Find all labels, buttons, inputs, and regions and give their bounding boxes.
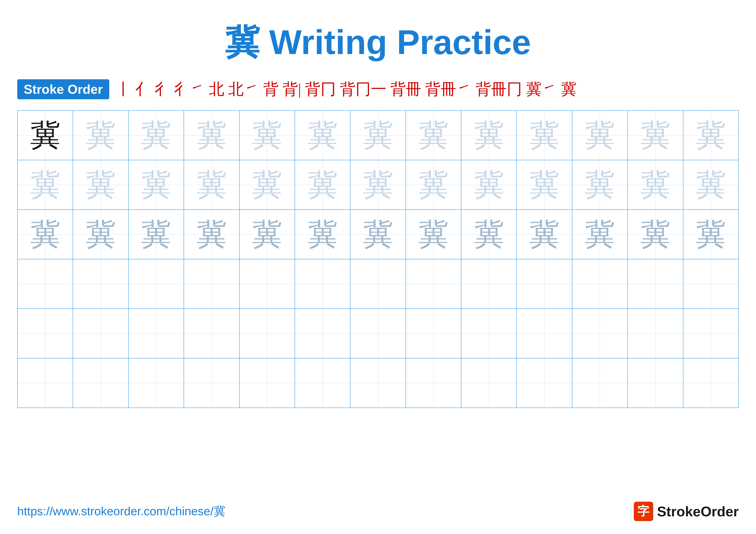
grid-cell-4-6[interactable]: [295, 259, 350, 309]
grid-cell-3-2[interactable]: 冀: [73, 210, 128, 259]
grid-cell-1-6[interactable]: 冀: [295, 111, 350, 160]
grid-cell-5-9[interactable]: [461, 309, 517, 358]
grid-cell-6-12[interactable]: [628, 358, 683, 408]
character-guide: 冀: [474, 118, 504, 152]
character-guide: 冀: [529, 217, 559, 251]
grid-cell-2-2[interactable]: 冀: [73, 160, 128, 210]
grid-cell-2-10[interactable]: 冀: [517, 160, 572, 210]
character-guide: 冀: [529, 168, 559, 201]
grid-cell-2-7[interactable]: 冀: [350, 160, 406, 210]
stroke-1: 丨: [116, 79, 131, 99]
grid-cell-5-7[interactable]: [350, 309, 406, 358]
grid-cell-1-1[interactable]: 冀: [17, 111, 73, 160]
grid-cell-2-11[interactable]: 冀: [572, 160, 628, 210]
grid-cell-5-3[interactable]: [128, 309, 184, 358]
grid-cell-3-8[interactable]: 冀: [406, 210, 461, 259]
grid-cell-1-10[interactable]: 冀: [517, 111, 572, 160]
grid-cell-1-7[interactable]: 冀: [350, 111, 406, 160]
grid-cell-4-8[interactable]: [406, 259, 461, 309]
grid-cell-3-6[interactable]: 冀: [295, 210, 350, 259]
grid-cell-3-9[interactable]: 冀: [461, 210, 517, 259]
grid-cell-1-9[interactable]: 冀: [461, 111, 517, 160]
grid-cell-2-12[interactable]: 冀: [628, 160, 683, 210]
grid-cell-4-9[interactable]: [461, 259, 517, 309]
grid-cell-4-4[interactable]: [184, 259, 239, 309]
character-guide: 冀: [252, 217, 282, 251]
character-dark: 冀: [30, 118, 60, 152]
grid-cell-6-2[interactable]: [73, 358, 128, 408]
grid-cell-3-5[interactable]: 冀: [239, 210, 295, 259]
grid-cell-1-5[interactable]: 冀: [239, 111, 295, 160]
grid-cell-3-3[interactable]: 冀: [128, 210, 184, 259]
grid-cell-4-10[interactable]: [517, 259, 572, 309]
grid-cell-2-8[interactable]: 冀: [406, 160, 461, 210]
footer-url[interactable]: https://www.strokeorder.com/chinese/冀: [17, 503, 226, 519]
grid-cell-3-11[interactable]: 冀: [572, 210, 628, 259]
grid-cell-2-6[interactable]: 冀: [295, 160, 350, 210]
grid-cell-1-13[interactable]: 冀: [683, 111, 739, 160]
grid-cell-6-6[interactable]: [295, 358, 350, 408]
character-guide: 冀: [86, 217, 116, 251]
grid-cell-4-3[interactable]: [128, 259, 184, 309]
grid-cell-5-11[interactable]: [572, 309, 628, 358]
grid-cell-5-5[interactable]: [239, 309, 295, 358]
grid-cell-1-8[interactable]: 冀: [406, 111, 461, 160]
grid-cell-5-13[interactable]: [683, 309, 739, 358]
grid-cell-6-9[interactable]: [461, 358, 517, 408]
grid-cell-3-13[interactable]: 冀: [683, 210, 739, 259]
grid-cell-6-8[interactable]: [406, 358, 461, 408]
grid-cell-6-7[interactable]: [350, 358, 406, 408]
character-guide: 冀: [30, 168, 60, 201]
grid-cell-4-2[interactable]: [73, 259, 128, 309]
grid-cell-2-13[interactable]: 冀: [683, 160, 739, 210]
grid-row-6: [17, 358, 739, 408]
grid-cell-4-5[interactable]: [239, 259, 295, 309]
grid-cell-2-3[interactable]: 冀: [128, 160, 184, 210]
grid-cell-1-11[interactable]: 冀: [572, 111, 628, 160]
footer: https://www.strokeorder.com/chinese/冀 字 …: [0, 502, 756, 521]
character-guide: 冀: [363, 118, 393, 152]
grid-cell-5-10[interactable]: [517, 309, 572, 358]
grid-cell-2-9[interactable]: 冀: [461, 160, 517, 210]
character-guide: 冀: [529, 118, 559, 152]
grid-cell-6-1[interactable]: [17, 358, 73, 408]
grid-cell-3-1[interactable]: 冀: [17, 210, 73, 259]
grid-cell-2-1[interactable]: 冀: [17, 160, 73, 210]
grid-cell-4-1[interactable]: [17, 259, 73, 309]
grid-cell-5-6[interactable]: [295, 309, 350, 358]
grid-cell-1-2[interactable]: 冀: [73, 111, 128, 160]
grid-cell-5-1[interactable]: [17, 309, 73, 358]
stroke-order-badge: Stroke Order: [17, 79, 109, 99]
grid-cell-6-13[interactable]: [683, 358, 739, 408]
grid-cell-6-11[interactable]: [572, 358, 628, 408]
character-guide: 冀: [474, 168, 504, 201]
grid-cell-3-4[interactable]: 冀: [184, 210, 239, 259]
grid-cell-6-5[interactable]: [239, 358, 295, 408]
grid-cell-4-12[interactable]: [628, 259, 683, 309]
grid-cell-3-10[interactable]: 冀: [517, 210, 572, 259]
stroke-order-section: Stroke Order 丨 亻 彳 彳㇀ 北 北㇀ 背 背| 背冂 背冂一 背…: [0, 79, 756, 99]
grid-cell-5-8[interactable]: [406, 309, 461, 358]
grid-cell-1-4[interactable]: 冀: [184, 111, 239, 160]
grid-cell-3-12[interactable]: 冀: [628, 210, 683, 259]
grid-cell-5-12[interactable]: [628, 309, 683, 358]
grid-cell-1-12[interactable]: 冀: [628, 111, 683, 160]
grid-cell-1-3[interactable]: 冀: [128, 111, 184, 160]
grid-cell-4-13[interactable]: [683, 259, 739, 309]
character-guide: 冀: [363, 217, 393, 251]
grid-cell-5-4[interactable]: [184, 309, 239, 358]
character-guide: 冀: [696, 168, 726, 201]
grid-cell-4-11[interactable]: [572, 259, 628, 309]
grid-cell-2-5[interactable]: 冀: [239, 160, 295, 210]
grid-cell-2-4[interactable]: 冀: [184, 160, 239, 210]
character-guide: 冀: [252, 168, 282, 201]
grid-cell-5-2[interactable]: [73, 309, 128, 358]
grid-cell-6-10[interactable]: [517, 358, 572, 408]
grid-cell-6-3[interactable]: [128, 358, 184, 408]
grid-row-5: [17, 309, 739, 358]
grid-cell-4-7[interactable]: [350, 259, 406, 309]
grid-cell-6-4[interactable]: [184, 358, 239, 408]
stroke-13: 背冊冂: [475, 79, 522, 99]
grid-cell-3-7[interactable]: 冀: [350, 210, 406, 259]
grid-row-4: [17, 259, 739, 309]
